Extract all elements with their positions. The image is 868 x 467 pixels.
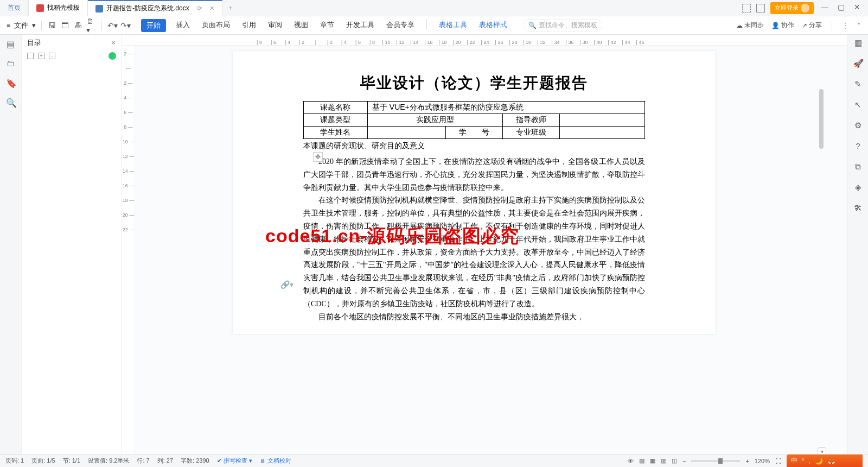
view-mode-read-icon[interactable]: ▤ [639, 457, 644, 464]
menu-references[interactable]: 引用 [240, 19, 258, 32]
status-position[interactable]: 设置值: 9.2厘米 [88, 457, 129, 465]
cell[interactable] [559, 114, 644, 127]
status-page-no[interactable]: 页码: 1 [5, 457, 24, 465]
menu-devtools[interactable]: 开发工具 [344, 19, 376, 32]
menu-vip[interactable]: 会员专享 [384, 19, 417, 32]
zoom-slider[interactable] [691, 460, 740, 462]
vertical-scrollbar[interactable]: ▾ [819, 89, 825, 454]
scroll-thumb[interactable] [819, 89, 824, 149]
cell[interactable]: 专业班级 [502, 127, 559, 139]
sync-status[interactable]: ☁未同步 [736, 21, 764, 30]
view-mode-web-icon[interactable]: ▦ [650, 457, 655, 464]
view-mode-eye-icon[interactable]: 👁 [628, 458, 634, 464]
apps-icon[interactable] [756, 4, 765, 12]
tab-active-document[interactable]: 开题报告-防疫应急系统.docx ⟳ ✕ [88, 0, 222, 16]
status-row[interactable]: 行: 7 [137, 457, 149, 465]
search-placeholder: 查找命令、搜索模板 [539, 21, 597, 30]
menu-table-style[interactable]: 表格样式 [477, 19, 509, 32]
more-menu-icon[interactable]: ⋮ [842, 22, 848, 29]
status-proofread[interactable]: 🗎 文档校对 [260, 457, 291, 465]
table-move-handle-icon[interactable]: ✥ [313, 152, 323, 162]
menu-section[interactable]: 章节 [318, 19, 336, 32]
tab-label: 开题报告-防疫应急系统.docx [106, 4, 189, 13]
status-page[interactable]: 页面: 1/5 [31, 457, 55, 465]
maximize-icon[interactable]: ▢ [835, 3, 846, 14]
cell[interactable] [367, 127, 445, 139]
cell[interactable]: 学 号 [446, 127, 503, 139]
vertical-ruler[interactable]: 2 — —2 —4 —6 —8 —10 —12 —14 —16 —18 —20 … [122, 46, 135, 454]
template-icon[interactable]: ⧉ [853, 162, 863, 172]
outline-checkbox[interactable] [27, 53, 34, 59]
outline-settings-icon[interactable] [108, 52, 116, 60]
status-section[interactable]: 节: 1/1 [63, 457, 80, 465]
toolbox-icon[interactable]: ▦ [853, 38, 863, 48]
edit-icon[interactable]: ✎ [853, 79, 863, 89]
close-icon[interactable]: ✕ [209, 5, 214, 12]
rocket-icon[interactable]: 🚀 [853, 59, 863, 68]
collapse-ribbon-icon[interactable]: ⌃ [856, 22, 861, 29]
menu-page-layout[interactable]: 页面布局 [200, 19, 232, 32]
status-spellcheck[interactable]: ✔ 拼写检查 ▾ [217, 457, 252, 465]
menu-table-tools[interactable]: 表格工具 [437, 19, 469, 32]
meta-table[interactable]: 课题名称 基于 VUE+分布式微服务框架的防疫应急系统 课题类型 实践应用型 指… [303, 101, 645, 139]
print-preview-icon[interactable]: 🗔 [60, 21, 70, 30]
menu-review[interactable]: 审阅 [266, 19, 284, 32]
avatar-icon [801, 4, 809, 12]
menu-start[interactable]: 开始 [141, 19, 166, 32]
command-search[interactable]: 🔍 查找命令、搜索模板 [524, 19, 602, 31]
view-mode-outline-icon[interactable]: ▥ [661, 457, 666, 464]
share[interactable]: ↗分享 [802, 21, 822, 30]
menu-insert[interactable]: 插入 [174, 19, 192, 32]
redo-icon[interactable]: ↷▾ [120, 21, 130, 30]
outline-title: 目录 [27, 38, 41, 48]
print-icon[interactable]: 🖶 [73, 21, 83, 30]
tab-home[interactable]: 首页 [0, 0, 29, 16]
collaborate[interactable]: 👤协作 [771, 21, 794, 30]
horizontal-ruler[interactable]: | 8| 6| 4| 2| | 2| 4| 6| 8| 10| 12| 14| … [122, 35, 847, 46]
document-page[interactable]: ✥ 毕业设计（论文）学生开题报告 课题名称 基于 VUE+分布式微服务框架的防疫… [233, 51, 716, 334]
tool-icon[interactable]: 🛠 [853, 203, 863, 213]
help-icon[interactable]: ? [853, 141, 863, 151]
cell[interactable]: 课题名称 [304, 102, 368, 114]
folder-icon[interactable]: 🗀 [6, 59, 16, 68]
zoom-value[interactable]: 120% [755, 458, 770, 464]
cell[interactable]: 课题类型 [304, 114, 368, 127]
cell[interactable]: 学生姓名 [304, 127, 368, 139]
preview-icon[interactable]: 🗎▾ [86, 21, 96, 30]
cell[interactable]: 基于 VUE+分布式微服务框架的防疫应急系统 [367, 102, 644, 114]
minimize-icon[interactable]: — [819, 3, 830, 14]
attachment-icon[interactable]: 🔗▾ [280, 280, 293, 289]
app-icon[interactable]: ◈ [853, 182, 863, 192]
hamburger-icon[interactable]: ≡ [7, 21, 11, 29]
cell[interactable]: 实践应用型 [367, 114, 502, 127]
undo-icon[interactable]: ↶▾ [107, 21, 117, 30]
fullscreen-icon[interactable]: ⛶ [775, 458, 781, 464]
cursor-icon[interactable]: ↖ [853, 100, 863, 110]
tab-template-store[interactable]: 找稻壳模板 [29, 0, 88, 16]
scroll-down-icon[interactable]: ▾ [818, 447, 826, 454]
outline-collapse-icon[interactable]: - [49, 53, 55, 59]
close-outline-icon[interactable]: ✕ [111, 39, 116, 47]
tab-add[interactable]: ＋ [222, 0, 239, 16]
status-col[interactable]: 列: 27 [157, 457, 173, 465]
reload-icon[interactable]: ⟳ [197, 5, 202, 12]
outline-expand-icon[interactable]: + [38, 53, 44, 59]
menu-view[interactable]: 视图 [292, 19, 310, 32]
ime-toolbar[interactable]: 中 °, 🌙 🦊 [787, 455, 863, 468]
zoom-out-icon[interactable]: − [682, 458, 686, 464]
cell[interactable]: 指导教师 [502, 114, 559, 127]
login-button[interactable]: 立即登录 [770, 2, 814, 14]
status-words[interactable]: 字数: 2390 [181, 457, 209, 465]
bookmark-icon[interactable]: 🔖 [6, 78, 16, 88]
save-icon[interactable]: 🖫 [47, 21, 57, 30]
view-mode-print-icon[interactable]: ◫ [672, 457, 677, 464]
outline-panel-icon[interactable]: ▤ [6, 39, 16, 49]
file-menu[interactable]: 文件 ▾ [14, 21, 36, 30]
cell[interactable] [559, 127, 644, 139]
zoom-in-icon[interactable]: + [745, 458, 749, 464]
close-window-icon[interactable]: ✕ [852, 3, 863, 14]
layout-icon[interactable] [742, 4, 751, 12]
search-panel-icon[interactable]: 🔍 [6, 98, 16, 108]
settings-icon[interactable]: ⚙ [853, 121, 863, 130]
paragraph: 在这个时候疫情预防控制机构就横空降世、疫情预防控制是政府主持下实施的疾病预防控制… [303, 194, 645, 310]
